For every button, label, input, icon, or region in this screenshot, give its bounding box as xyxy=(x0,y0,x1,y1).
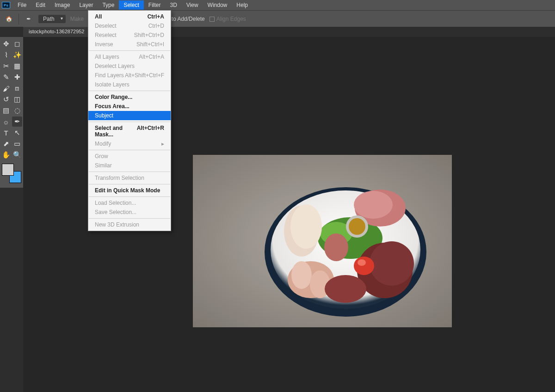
tool-blur[interactable]: ◌ xyxy=(12,105,22,116)
svg-point-12 xyxy=(370,241,414,286)
menu-window[interactable]: Window xyxy=(203,0,232,10)
color-swatches[interactable] xyxy=(2,164,21,183)
menu-item-similar: Similar xyxy=(88,161,171,170)
menu-item-transform-selection: Transform Selection xyxy=(88,173,171,183)
tool-lasso[interactable]: ⌇ xyxy=(1,50,11,60)
menu-type[interactable]: Type xyxy=(98,0,119,10)
menu-filter[interactable]: Filter xyxy=(144,0,166,10)
app-logo: Ps xyxy=(2,2,10,8)
tool-pen[interactable]: ✒ xyxy=(12,116,22,127)
menu-item-grow: Grow xyxy=(88,152,171,161)
document-tabs: istockphoto-1362872952 xyxy=(23,27,90,37)
document-canvas[interactable] xyxy=(193,155,452,327)
tool-eyedropper[interactable]: ✎ xyxy=(1,72,11,82)
menu-item-modify: Modify xyxy=(88,139,171,148)
menu-item-edit-in-quick-mask-mode[interactable]: Edit in Quick Mask Mode xyxy=(88,186,171,195)
svg-point-7 xyxy=(290,204,322,249)
menu-file[interactable]: File xyxy=(13,0,31,10)
menu-layer[interactable]: Layer xyxy=(74,0,98,10)
tool-dodge[interactable]: ☼ xyxy=(1,116,11,127)
menu-item-inverse: InverseShift+Ctrl+I xyxy=(88,40,171,49)
svg-point-14 xyxy=(354,191,393,219)
align-edges-option[interactable]: Align Edges xyxy=(210,16,246,22)
pen-tool-icon: ✒ xyxy=(24,14,34,24)
menu-separator xyxy=(89,218,170,219)
select-menu-dropdown: AllCtrl+ADeselectCtrl+DReselectShift+Ctr… xyxy=(88,10,171,231)
menu-separator xyxy=(89,196,170,197)
tool-magic-wand[interactable]: ✨ xyxy=(12,50,22,60)
options-bar: 🏠 ✒ Path Make ▣ ≡ ⧉ ⚙ Auto Add/Delete Al… xyxy=(0,10,555,27)
svg-point-15 xyxy=(324,233,348,261)
menu-image[interactable]: Image xyxy=(50,0,74,10)
menu-view[interactable]: View xyxy=(182,0,203,10)
home-icon[interactable]: 🏠 xyxy=(4,14,14,24)
document-tab[interactable]: istockphoto-1362872952 xyxy=(23,27,90,37)
menu-item-find-layers: Find LayersAlt+Shift+Ctrl+F xyxy=(88,71,171,80)
menu-item-subject[interactable]: Subject xyxy=(88,111,171,120)
menu-item-deselect: DeselectCtrl+D xyxy=(88,21,171,31)
svg-point-19 xyxy=(349,218,365,235)
menu-separator xyxy=(89,91,170,91)
tool-gradient[interactable]: ▤ xyxy=(1,105,11,116)
menu-separator xyxy=(89,172,170,172)
svg-point-20 xyxy=(325,275,366,303)
svg-point-16 xyxy=(354,257,374,275)
tool-direct-select[interactable]: ⬈ xyxy=(1,139,11,149)
tool-panel: ✥◻⌇✨✂▦✎✚🖌⧈↺◫▤◌☼✒T↖⬈▭✋🔍 xyxy=(0,37,23,188)
menu-help[interactable]: Help xyxy=(232,0,253,10)
tool-move[interactable]: ✥ xyxy=(1,39,11,49)
tool-zoom[interactable]: 🔍 xyxy=(12,150,22,160)
tool-mode-dropdown[interactable]: Path xyxy=(38,15,66,23)
foreground-color[interactable] xyxy=(2,164,14,176)
tool-crop[interactable]: ✂ xyxy=(1,61,11,71)
document-image xyxy=(193,155,452,327)
separator xyxy=(18,13,19,24)
menu-item-reselect: ReselectShift+Ctrl+D xyxy=(88,31,171,40)
menubar: Ps FileEditImageLayerTypeSelectFilter3DV… xyxy=(0,0,555,10)
make-button[interactable]: Make xyxy=(70,16,84,22)
tool-history-brush[interactable]: ↺ xyxy=(1,94,11,104)
checkbox-icon[interactable] xyxy=(210,17,215,22)
menu-item-new-3d-extrusion: New 3D Extrusion xyxy=(88,220,171,229)
menu-separator xyxy=(89,150,170,150)
menu-item-all-layers: All LayersAlt+Ctrl+A xyxy=(88,52,171,61)
menu-select[interactable]: Select xyxy=(119,0,143,10)
tool-marquee[interactable]: ◻ xyxy=(12,39,22,49)
tool-patch[interactable]: ✚ xyxy=(12,72,22,82)
tool-type[interactable]: T xyxy=(1,128,11,138)
menu-separator xyxy=(89,184,170,184)
svg-point-17 xyxy=(358,259,366,266)
tool-stamp[interactable]: ⧈ xyxy=(12,83,22,93)
menu-item-select-and-mask[interactable]: Select and Mask...Alt+Ctrl+R xyxy=(88,123,171,139)
menu-item-load-selection: Load Selection... xyxy=(88,198,171,208)
tool-path-select[interactable]: ↖ xyxy=(12,128,22,138)
menu-item-deselect-layers: Deselect Layers xyxy=(88,61,171,71)
tool-frame[interactable]: ▦ xyxy=(12,61,22,71)
menu-item-isolate-layers: Isolate Layers xyxy=(88,80,171,89)
tool-eraser[interactable]: ◫ xyxy=(12,94,22,104)
tool-rectangle[interactable]: ▭ xyxy=(12,139,22,149)
tool-brush[interactable]: 🖌 xyxy=(1,83,11,93)
menu-item-color-range[interactable]: Color Range... xyxy=(88,92,171,102)
menu-edit[interactable]: Edit xyxy=(31,0,50,10)
tool-hand[interactable]: ✋ xyxy=(1,150,11,160)
menu-item-save-selection: Save Selection... xyxy=(88,208,171,217)
menu-item-focus-area[interactable]: Focus Area... xyxy=(88,102,171,111)
menu-separator xyxy=(89,50,170,51)
menu-item-all[interactable]: AllCtrl+A xyxy=(88,12,171,21)
menu-3d[interactable]: 3D xyxy=(165,0,181,10)
svg-point-9 xyxy=(291,261,312,289)
menu-separator xyxy=(89,122,170,122)
